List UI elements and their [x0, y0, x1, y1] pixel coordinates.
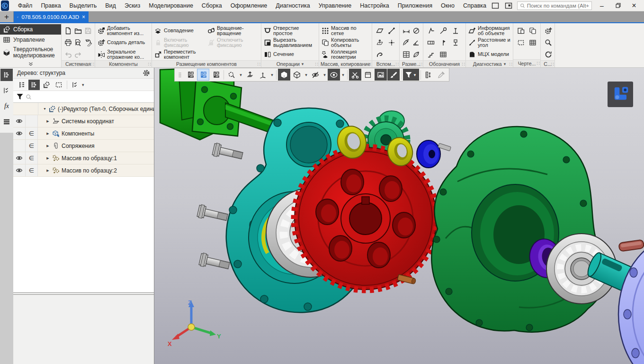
- add-feature-icon[interactable]: [543, 25, 554, 36]
- orientation-sketch-icon[interactable]: [184, 69, 197, 81]
- display-filter-list-icon[interactable]: [70, 80, 81, 90]
- expander-icon[interactable]: ▶: [45, 156, 50, 160]
- part-rear-cover[interactable]: [618, 235, 644, 364]
- textures-icon[interactable]: [375, 69, 387, 81]
- marking-icon[interactable]: [438, 37, 449, 48]
- group-caret[interactable]: ▾: [504, 62, 506, 66]
- wireframe-display-icon[interactable]: [291, 69, 303, 81]
- window-layout-icon[interactable]: [491, 1, 500, 10]
- expander-icon[interactable]: ▶: [45, 119, 50, 123]
- annotation-table-icon[interactable]: [438, 49, 449, 60]
- 3d-scene[interactable]: [154, 68, 644, 364]
- save-as-icon[interactable]: [82, 37, 94, 48]
- orientation-current-icon[interactable]: [197, 69, 209, 81]
- restore-button[interactable]: [612, 1, 624, 10]
- collections-icon[interactable]: [387, 69, 400, 81]
- section-button[interactable]: Сечение: [263, 48, 317, 60]
- triad-caret[interactable]: ▾: [269, 69, 275, 81]
- expander-icon[interactable]: ▶: [45, 132, 50, 136]
- cut-extrude-button[interactable]: Вырезать выдавливанием: [263, 36, 317, 48]
- disable-fixation-button[interactable]: Отключить фиксацию: [206, 36, 259, 48]
- mode-assembly[interactable]: Сборка: [0, 24, 61, 35]
- move-component-button[interactable]: Переместить компонент: [153, 48, 206, 60]
- part-key-shaft[interactable]: [618, 240, 644, 252]
- hidden-lines-caret[interactable]: ▾: [322, 69, 327, 81]
- roughness-icon[interactable]: [425, 25, 437, 36]
- collapse-modes-chevron-icon[interactable]: [0, 60, 61, 68]
- rotation-rotation-button[interactable]: Вращение-вращение: [206, 25, 259, 36]
- main-menu-icon[interactable]: [0, 116, 13, 128]
- kompas-logo-icon[interactable]: [1, 0, 9, 11]
- display-caret[interactable]: ▾: [304, 69, 309, 81]
- save-icon[interactable]: [82, 25, 94, 36]
- geometry-collection-button[interactable]: Коллекция геометрии: [321, 48, 370, 60]
- leader-icon[interactable]: [438, 25, 449, 36]
- group-caret[interactable]: ▾: [302, 62, 304, 66]
- scene-filter-icon[interactable]: ▾: [403, 69, 419, 81]
- mode-solid-modeling[interactable]: Твердотельное моделирование: [0, 45, 61, 60]
- minimize-button[interactable]: –: [596, 1, 608, 10]
- parameters-panel-icon[interactable]: [0, 84, 13, 97]
- grid-array-button[interactable]: Массив по сетке: [321, 25, 370, 36]
- construction-axis-icon[interactable]: [386, 25, 397, 36]
- 3d-viewport[interactable]: ▾ ▾ ▾ ▾ ▾ ▾: [154, 68, 644, 364]
- menu-edit[interactable]: Правка: [36, 1, 65, 10]
- gear-icon[interactable]: [143, 69, 150, 77]
- menu-sketch[interactable]: Эскиз: [120, 1, 144, 10]
- eyedropper-icon[interactable]: [435, 69, 447, 81]
- find-replace-icon[interactable]: [543, 37, 554, 48]
- mirror-component-button[interactable]: Зеркальное отражение ко...: [97, 48, 150, 60]
- filter-list-caret[interactable]: ▾: [82, 82, 84, 87]
- add-component-button[interactable]: Добавить компонент из...: [97, 25, 150, 36]
- datum-icon[interactable]: [450, 25, 461, 36]
- menu-settings[interactable]: Настройка: [356, 1, 394, 10]
- normal-to-icon[interactable]: [244, 69, 256, 81]
- menu-window[interactable]: Окно: [437, 1, 459, 10]
- report-table-icon[interactable]: [527, 37, 538, 48]
- clip-geometry-icon[interactable]: [349, 69, 361, 81]
- expander-icon[interactable]: ▶: [45, 144, 50, 148]
- tree-row-components[interactable]: ∈ ▶ Компоненты: [13, 127, 154, 140]
- visibility-eye-icon[interactable]: [16, 155, 23, 162]
- document-tab[interactable]: 078.505.9.0100.00.A3D ×: [14, 11, 89, 22]
- spiral-icon[interactable]: [374, 49, 385, 60]
- coordinate-triad-icon[interactable]: [257, 69, 269, 81]
- tab-close-icon[interactable]: ×: [82, 14, 85, 20]
- steps-icon[interactable]: [425, 49, 437, 60]
- menu-file[interactable]: Файл: [14, 1, 37, 10]
- tree-row-pattern-array-2[interactable]: ∈ ▶ Массив по образцу:2: [13, 164, 154, 177]
- expander-icon[interactable]: ▼: [43, 107, 46, 110]
- tolerance-frame-icon[interactable]: [425, 37, 437, 48]
- display-quality-icon[interactable]: [328, 69, 340, 81]
- menu-help[interactable]: Справка: [459, 1, 491, 10]
- toolbar-grip-icon[interactable]: [176, 69, 184, 81]
- leaf-dimension-icon[interactable]: [411, 49, 422, 60]
- control-point-icon[interactable]: [386, 37, 397, 48]
- variables-panel-icon[interactable]: fx: [0, 100, 13, 112]
- expander-icon[interactable]: ▶: [45, 169, 50, 173]
- membership-icon[interactable]: ∈: [29, 155, 34, 162]
- menu-layout[interactable]: Оформление: [226, 1, 272, 10]
- menu-modeling[interactable]: Моделирование: [144, 1, 197, 10]
- enable-fixation-button[interactable]: Включить фиксацию: [153, 36, 206, 48]
- mode-management[interactable]: Управление: [0, 35, 61, 45]
- shaded-display-icon[interactable]: [278, 69, 290, 81]
- view-orientation-widget[interactable]: [608, 82, 633, 107]
- tree-search-input[interactable]: [34, 92, 151, 101]
- hidden-lines-icon[interactable]: [309, 69, 322, 81]
- angular-dimension-icon[interactable]: [411, 37, 422, 48]
- create-part-button[interactable]: Создать деталь: [97, 36, 150, 48]
- tree-row-mates[interactable]: ∈ ▶ Сопряжения: [13, 140, 154, 152]
- coincidence-button[interactable]: Совпадение: [153, 25, 206, 36]
- visibility-eye-icon[interactable]: [16, 167, 23, 174]
- tree-structure-view-icon[interactable]: [28, 80, 40, 90]
- zoom-caret[interactable]: ▾: [238, 69, 243, 81]
- command-search-box[interactable]: [517, 1, 592, 10]
- display-quality-caret[interactable]: ▾: [340, 69, 346, 81]
- diameter-dimension-icon[interactable]: [411, 25, 422, 36]
- part-ring-blue[interactable]: [417, 140, 451, 168]
- filter-funnel-icon[interactable]: [16, 93, 24, 100]
- menu-diagnostics[interactable]: Диагностика: [271, 1, 314, 10]
- mass-properties-button[interactable]: МЦХ модели: [467, 48, 511, 60]
- new-drawing-icon[interactable]: [515, 25, 527, 36]
